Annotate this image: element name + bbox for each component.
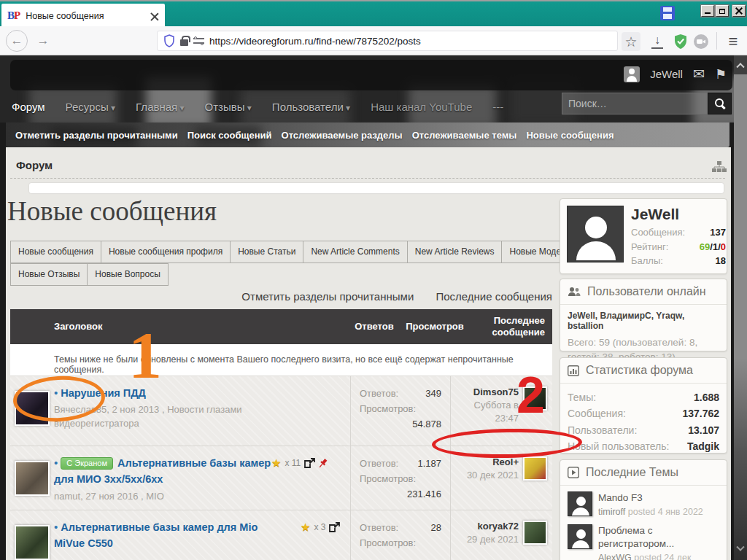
- last-post-avatar[interactable]: [523, 386, 547, 411]
- views-label: Просмотров:: [360, 402, 416, 417]
- forum-structure-icon[interactable]: [711, 160, 727, 174]
- last-post-user[interactable]: Dimson75: [473, 386, 519, 397]
- alerts-flag-icon[interactable]: [715, 66, 727, 82]
- profile-name[interactable]: JeWell: [631, 206, 726, 223]
- url-bar[interactable]: https://videoregforum.ru/find-new/787520…: [157, 31, 618, 51]
- nav-forum[interactable]: Форум: [12, 101, 45, 113]
- tab-new-profile-posts[interactable]: Новые сообщения профиля: [101, 241, 231, 263]
- tab-new-articles[interactable]: Новые Статьи: [230, 241, 303, 263]
- last-post-time[interactable]: 23:47: [495, 413, 519, 424]
- unread-dot-icon: •: [54, 456, 58, 469]
- last-post-date[interactable]: 30 дек 2021: [467, 469, 519, 482]
- stat-value[interactable]: Tadgik: [687, 438, 719, 454]
- search-button[interactable]: [708, 93, 732, 114]
- thread-list: •Нарушения ПДД Вячеслав85, 2 ноя 2013 , …: [10, 376, 552, 560]
- subnav-mark-read[interactable]: Отметить разделы прочитанными: [15, 130, 178, 141]
- share-icon[interactable]: [329, 522, 340, 532]
- latest-thread-user[interactable]: AlexWG: [598, 553, 632, 560]
- menu-hamburger-icon[interactable]: [724, 32, 743, 51]
- latest-thread-title[interactable]: Проблема с регистратором...: [598, 524, 708, 550]
- search-input[interactable]: [562, 93, 708, 114]
- last-post-avatar[interactable]: [523, 521, 547, 545]
- tab-new-article-reviews[interactable]: New Article Reviews: [407, 241, 503, 263]
- white-strip: [29, 183, 724, 193]
- latest-thread-title[interactable]: Mando F3: [598, 491, 703, 505]
- column-views[interactable]: Просмотров: [403, 321, 466, 332]
- subnav-new-posts[interactable]: Новые сообщения: [526, 130, 614, 141]
- latest-thread-item[interactable]: Проблема с регистратором... AlexWG poste…: [568, 524, 719, 560]
- permissions-icon[interactable]: [193, 37, 204, 44]
- thread-avatar[interactable]: [15, 525, 50, 560]
- views-label: Просмотров:: [360, 472, 416, 487]
- column-title[interactable]: Заголовок: [54, 321, 103, 332]
- tab-new-reviews[interactable]: Новые Отзывы: [10, 263, 88, 286]
- download-icon[interactable]: [648, 32, 667, 51]
- latest-thread-user[interactable]: timiroff: [598, 507, 625, 517]
- replies-value: 349: [425, 386, 441, 402]
- forward-button[interactable]: [32, 30, 54, 52]
- nav-home[interactable]: Главная: [136, 101, 184, 113]
- latest-thread-item[interactable]: Mando F3 timiroff posted 4 янв 2022: [568, 491, 719, 518]
- messages-label: Сообщения:: [631, 225, 685, 240]
- nav-users[interactable]: Пользователи: [272, 101, 350, 113]
- camera-icon[interactable]: [692, 32, 711, 51]
- thread-avatar[interactable]: [15, 461, 50, 496]
- forum-stats-title: Статистика форума: [586, 364, 693, 377]
- toolbar-divider: [716, 32, 717, 50]
- breadcrumb[interactable]: Форум: [16, 159, 53, 171]
- thread-title[interactable]: Альтернативные базы камер для Mio MiVue …: [54, 521, 258, 549]
- scroll-up-icon[interactable]: [734, 55, 747, 74]
- column-last-post[interactable]: Последнее сообщение: [469, 315, 545, 339]
- nav-reviews[interactable]: Отзывы: [205, 101, 252, 113]
- trophy-star-icon: [271, 456, 281, 470]
- action-mark-read[interactable]: Отметить разделы прочитанными: [241, 290, 414, 303]
- subnav-watched-threads[interactable]: Отслеживаемые темы: [412, 130, 517, 141]
- subnav-search-posts[interactable]: Поиск сообщений: [187, 130, 272, 141]
- subnav-watched-forums[interactable]: Отслеживаемые разделы: [282, 130, 403, 141]
- thread-row[interactable]: •Нарушения ПДД Вячеслав85, 2 ноя 2013 , …: [10, 376, 552, 446]
- back-button[interactable]: [6, 30, 28, 52]
- browser-tab[interactable]: BP Новые сообщения: [1, 4, 165, 28]
- thread-avatar[interactable]: [15, 391, 50, 426]
- latest-threads-card: Последние Темы Mando F3 timiroff posted …: [560, 459, 727, 560]
- minimize-button[interactable]: [701, 5, 714, 17]
- nav-overflow[interactable]: ---: [492, 101, 503, 113]
- action-latest-posts[interactable]: Последние сообщения: [436, 290, 552, 303]
- last-post-date[interactable]: Суббота в: [474, 400, 519, 411]
- tracking-shield-icon[interactable]: [163, 34, 175, 47]
- page-scrollbar[interactable]: [734, 55, 747, 560]
- user-avatar-icon[interactable]: [624, 66, 640, 82]
- thread-row[interactable]: •С ЭкраномАльтернативные базы камер для …: [10, 446, 552, 510]
- scroll-down-icon[interactable]: [734, 540, 747, 559]
- share-icon[interactable]: [304, 458, 315, 468]
- tab-new-questions[interactable]: Новые Вопросы: [87, 263, 169, 286]
- url-text[interactable]: https://videoregforum.ru/find-new/787520…: [209, 36, 421, 47]
- online-users-list[interactable]: JeWell, ВладимирС, Yraqw, bstallion: [568, 311, 719, 331]
- inbox-envelope-icon[interactable]: [693, 66, 705, 82]
- last-post-user[interactable]: koryak72: [467, 521, 519, 532]
- nav-resources[interactable]: Ресурсы: [66, 101, 116, 113]
- replies-label: Ответов:: [360, 456, 398, 472]
- stat-label: Новый пользователь:: [568, 438, 669, 454]
- nav-youtube-channel[interactable]: Наш канал YouTube: [371, 101, 472, 113]
- tab-close-icon[interactable]: [150, 12, 159, 20]
- close-button[interactable]: [732, 5, 746, 17]
- profile-avatar[interactable]: [567, 206, 624, 262]
- adblock-shield-icon[interactable]: [671, 32, 690, 51]
- messages-value: 137: [710, 225, 726, 240]
- last-post-date[interactable]: 29 дек 2021: [467, 533, 519, 546]
- floppy-disk-icon[interactable]: [660, 6, 675, 20]
- restore-button[interactable]: [716, 5, 729, 17]
- online-users-card: Пользователи онлайн JeWell, ВладимирС, Y…: [560, 279, 727, 351]
- last-post-user[interactable]: Reol+: [467, 456, 519, 467]
- column-replies[interactable]: Ответов: [351, 321, 398, 332]
- thread-row[interactable]: •Альтернативные базы камер для Mio MiVue…: [10, 510, 552, 560]
- tab-new-article-comments[interactable]: New Article Comments: [303, 241, 407, 263]
- lock-icon[interactable]: [180, 39, 188, 46]
- thread-title[interactable]: Нарушения ПДД: [61, 387, 146, 399]
- subnav-bar: Отметить разделы прочитанными Поиск сооб…: [6, 122, 729, 147]
- tab-new-posts[interactable]: Новые сообщения: [10, 241, 101, 263]
- bookmark-star-icon[interactable]: [622, 32, 640, 51]
- last-post-avatar[interactable]: [523, 456, 547, 481]
- logged-in-username[interactable]: JeWell: [650, 68, 683, 80]
